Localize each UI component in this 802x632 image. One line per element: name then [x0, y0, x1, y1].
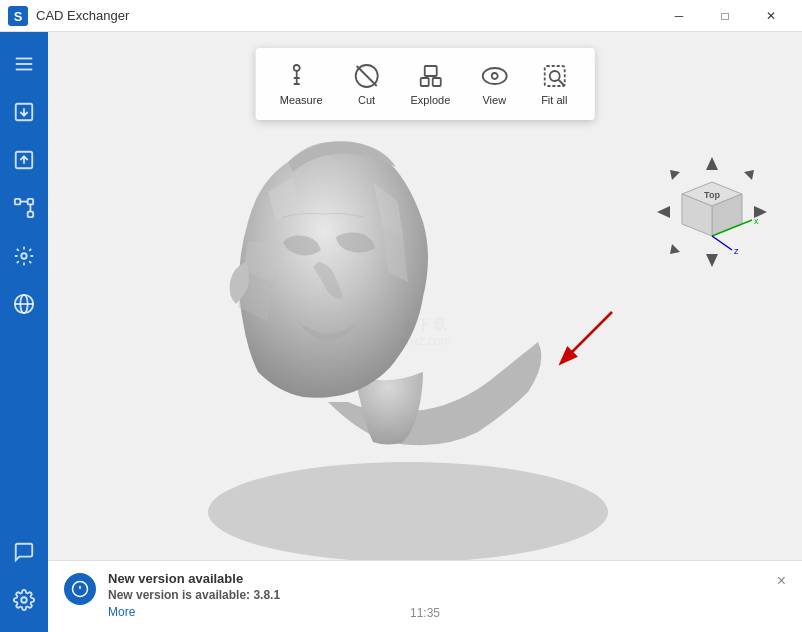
- sidebar-item-menu[interactable]: [0, 40, 48, 88]
- svg-point-28: [482, 68, 506, 84]
- sidebar: [0, 32, 48, 632]
- sidebar-item-model-tree[interactable]: [0, 184, 48, 232]
- svg-marker-39: [744, 170, 754, 180]
- notification-bar: New version available New version is ava…: [48, 560, 802, 632]
- notification-description: New version is available: 3.8.1: [108, 588, 765, 602]
- toolbar-cut-label: Cut: [358, 94, 375, 106]
- toolbar-cut[interactable]: Cut: [339, 56, 395, 112]
- sculpture-svg: [128, 82, 608, 582]
- svg-rect-9: [15, 199, 21, 205]
- notification-close-button[interactable]: ×: [777, 573, 786, 589]
- svg-line-50: [562, 312, 612, 362]
- title-bar-left: S CAD Exchanger: [8, 6, 129, 26]
- svg-text:S: S: [14, 9, 23, 24]
- svg-rect-27: [432, 78, 440, 86]
- notification-version: 3.8.1: [253, 588, 280, 602]
- sculpture-viewport: [128, 82, 608, 582]
- svg-marker-36: [657, 206, 670, 218]
- svg-line-24: [357, 66, 377, 86]
- toolbar-measure[interactable]: Measure: [268, 56, 335, 112]
- notification-icon: [64, 573, 96, 605]
- svg-point-33: [208, 462, 608, 562]
- nav-cube-svg: x z Top: [652, 152, 772, 272]
- bottom-time: 11:35: [410, 606, 440, 620]
- toolbar-fit-all-label: Fit all: [541, 94, 567, 106]
- app-body: Measure Cut Explode: [0, 32, 802, 632]
- toolbar-measure-label: Measure: [280, 94, 323, 106]
- notification-more-link[interactable]: More: [108, 605, 135, 619]
- svg-marker-38: [670, 170, 680, 180]
- svg-marker-34: [706, 157, 718, 170]
- sidebar-item-import[interactable]: [0, 88, 48, 136]
- app-logo: S: [8, 6, 28, 26]
- title-bar: S CAD Exchanger ─ □ ✕: [0, 0, 802, 32]
- sidebar-bottom: [0, 528, 48, 632]
- toolbar-fit-all[interactable]: Fit all: [526, 56, 582, 112]
- red-arrow: [542, 302, 622, 386]
- svg-point-29: [491, 73, 497, 79]
- nav-cube[interactable]: x z Top: [652, 152, 772, 272]
- sidebar-item-export[interactable]: [0, 136, 48, 184]
- svg-marker-35: [706, 254, 718, 267]
- toolbar: Measure Cut Explode: [256, 48, 595, 120]
- maximize-button[interactable]: □: [702, 0, 748, 32]
- svg-point-18: [21, 597, 27, 603]
- notification-title: New version available: [108, 571, 765, 586]
- sidebar-item-properties[interactable]: [0, 232, 48, 280]
- svg-point-31: [549, 71, 559, 81]
- svg-point-14: [21, 253, 27, 259]
- svg-text:Top: Top: [704, 190, 720, 200]
- svg-point-19: [294, 65, 300, 71]
- svg-rect-11: [28, 212, 33, 218]
- app-title: CAD Exchanger: [36, 8, 129, 23]
- toolbar-explode-label: Explode: [411, 94, 451, 106]
- notification-desc-text: New version is available:: [108, 588, 253, 602]
- window-controls: ─ □ ✕: [656, 0, 794, 32]
- sidebar-item-chat[interactable]: [0, 528, 48, 576]
- toolbar-explode[interactable]: Explode: [399, 56, 463, 112]
- toolbar-view[interactable]: View: [466, 56, 522, 112]
- svg-marker-40: [670, 244, 680, 254]
- svg-rect-26: [420, 78, 428, 86]
- svg-rect-10: [28, 199, 33, 205]
- minimize-button[interactable]: ─: [656, 0, 702, 32]
- svg-text:x: x: [754, 216, 759, 226]
- svg-rect-25: [424, 66, 436, 76]
- svg-line-46: [712, 236, 732, 250]
- sidebar-item-globe[interactable]: [0, 280, 48, 328]
- toolbar-view-label: View: [482, 94, 506, 106]
- close-button[interactable]: ✕: [748, 0, 794, 32]
- svg-text:z: z: [734, 246, 739, 256]
- svg-line-32: [558, 80, 564, 86]
- main-area: Measure Cut Explode: [48, 32, 802, 632]
- sidebar-item-settings[interactable]: [0, 576, 48, 624]
